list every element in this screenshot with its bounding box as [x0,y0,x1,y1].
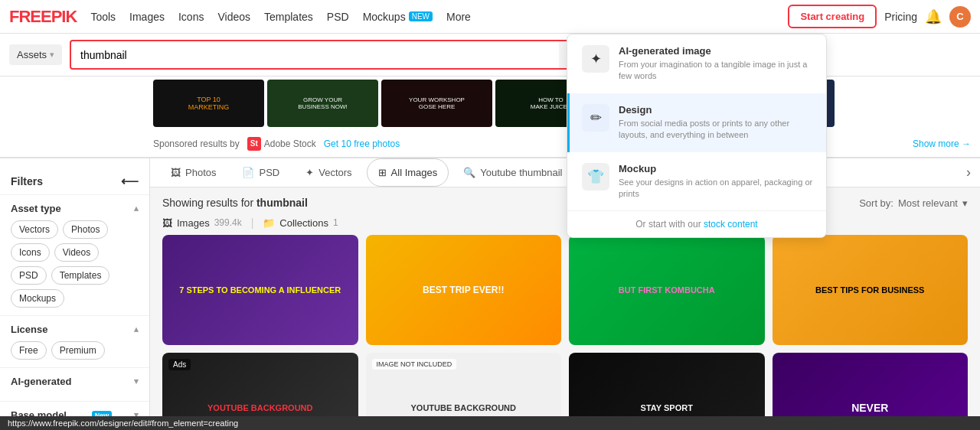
collapse-icon[interactable]: ⟵ [121,174,139,188]
asset-type-tags: Vectors Photos Icons Videos PSD Template… [11,220,139,308]
mockup-title: Mockup [619,163,814,174]
all-images-tab-label: All Images [391,167,438,178]
results-title: Showing results for thumbnail [162,197,308,209]
results-header: Showing results for thumbnail Sort by: M… [150,187,980,213]
grid-item-1[interactable]: BEST TRIP EVER!! [366,235,562,345]
license-label: License [11,324,47,335]
adobe-icon: St [247,137,261,151]
nav-more[interactable]: More [446,11,471,23]
dropdown-footer: Or start with our stock content [567,210,826,237]
sub-tab-images[interactable]: 🖼 Images 399.4k [162,217,242,229]
youtube-thumbnail-icon: 🔍 [463,167,475,178]
notification-bell-icon[interactable]: 🔔 [925,8,942,25]
nav-tools[interactable]: Tools [90,11,116,23]
thumb-3[interactable]: YOUR WORKSHOPGOSE HERE [381,80,492,127]
asset-type-toggle[interactable]: Asset type ▴ [11,203,139,214]
thumb-1[interactable]: TOP 10MARKETING [153,80,264,127]
license-tags: Free Premium [11,341,139,360]
results-prefix: Showing results for [162,197,253,209]
avatar[interactable]: C [949,6,971,28]
nav-videos[interactable]: Videos [217,11,250,23]
thumb-2[interactable]: GROW YOURBUSINESS NOW! [267,80,378,127]
sub-tab-collections[interactable]: 📁 Collections 1 [263,217,338,229]
tag-photos[interactable]: Photos [63,220,108,239]
photos-tab-label: Photos [185,167,216,178]
license-section: License ▴ Free Premium [0,315,149,367]
nav-mockups-link[interactable]: Mockups [363,11,406,23]
tag-premium[interactable]: Premium [51,341,105,360]
tag-templates[interactable]: Templates [51,266,110,285]
vectors-icon: ✦ [305,167,314,178]
main-nav: Tools Images Icons Videos Templates PSD … [90,11,471,23]
grid-item-2[interactable]: BUT FIRST KOMBUCHA [569,235,765,345]
filter-tab-psd[interactable]: 📄 PSD [230,158,291,187]
show-more-link[interactable]: Show more → [913,138,971,149]
design-title: Design [619,104,814,116]
chevron-up-license-icon: ▴ [134,324,139,334]
tag-psd[interactable]: PSD [11,266,47,285]
ai-image-title: AI-generated image [619,45,814,57]
ai-image-desc: From your imagination to a tangible imag… [619,59,814,83]
grid-item-0[interactable]: 7 STEPS TO BECOMING A INFLUENCER [162,235,358,345]
chevron-down-ai-icon: ▾ [134,376,139,386]
dropdown-design[interactable]: ✏ Design From social media posts or prin… [567,93,826,152]
filter-tab-all-images[interactable]: ⊞ All Images [367,158,449,187]
psd-icon: 📄 [242,167,254,178]
nav-right: Start creating Pricing 🔔 C [788,5,971,28]
search-input[interactable] [71,44,559,67]
ads-badge: Ads [168,359,191,370]
ai-generated-toggle[interactable]: AI-generated ▾ [11,376,139,387]
status-bar: https://www.freepik.com/designer/edit#fr… [0,416,980,430]
sort-value: Most relevant [898,197,958,209]
chevron-down-sort-icon: ▾ [962,197,968,209]
tag-mockups[interactable]: Mockups [11,289,64,308]
start-creating-button[interactable]: Start creating [788,5,877,28]
adobe-brand: Adobe Stock [264,138,316,149]
img-not-included-badge: IMAGE NOT INCLUDED [372,359,457,370]
sort-control[interactable]: Sort by: Most relevant ▾ [859,197,968,209]
status-url: https://www.freepik.com/designer/edit#fr… [8,419,238,428]
search-bar: Assets ▾ 🔍 🔍 Search [0,34,980,77]
design-desc: From social media posts or prints to any… [619,118,814,142]
ai-generated-label: AI-generated [11,376,71,387]
logo-pik: PIK [51,7,77,26]
tag-icons[interactable]: Icons [11,243,50,262]
dropdown-ai-image[interactable]: ✦ AI-generated image From your imaginati… [567,34,826,93]
tag-vectors[interactable]: Vectors [11,220,58,239]
sub-tabs: 🖼 Images 399.4k | 📁 Collections 1 [150,213,980,235]
all-images-icon: ⊞ [378,167,387,178]
nav-images[interactable]: Images [129,11,165,23]
sidebar: Filters ⟵ Asset type ▴ Vectors Photos Ic… [0,158,150,430]
license-toggle[interactable]: License ▴ [11,324,139,335]
collections-subtab-icon: 📁 [263,217,275,229]
mockup-desc: See your designs in action on apparel, p… [619,177,814,200]
tag-videos[interactable]: Videos [54,243,99,262]
stock-content-link[interactable]: stock content [704,219,758,230]
get-photos-link[interactable]: Get 10 free photos [324,138,400,149]
nav-templates[interactable]: Templates [264,11,313,23]
images-subtab-label: Images [177,217,210,229]
subtab-divider: | [251,217,254,229]
mockup-icon: 👕 [582,163,609,191]
filter-tab-youtube-thumbnail[interactable]: 🔍 Youtube thumbnail [452,158,573,187]
ai-generated-section: AI-generated ▾ [0,367,149,401]
chevron-down-icon: ▾ [50,50,54,60]
youtube-thumbnail-tab-label: Youtube thumbnail [480,167,562,178]
grid-item-3[interactable]: BEST TIPS FOR BUSINESS [773,235,969,345]
nav-psd[interactable]: PSD [327,11,349,23]
sponsored-prefix: Sponsored results by [153,138,240,149]
tag-free[interactable]: Free [11,341,47,360]
nav-icons[interactable]: Icons [178,11,204,23]
vectors-tab-label: Vectors [318,167,351,178]
logo[interactable]: FREEPIK [9,7,77,27]
pricing-link[interactable]: Pricing [884,11,917,23]
dropdown-mockup[interactable]: 👕 Mockup See your designs in action on a… [567,152,826,211]
nav-mockups[interactable]: Mockups NEW [363,11,433,23]
filter-tab-photos[interactable]: 🖼 Photos [159,158,227,187]
images-subtab-icon: 🖼 [162,217,172,229]
tabs-next-icon[interactable]: › [966,165,971,181]
asset-type-select[interactable]: Assets ▾ [9,44,62,65]
filter-tab-vectors[interactable]: ✦ Vectors [294,158,363,187]
new-badge: NEW [409,11,433,21]
filters-label: Filters [11,175,43,187]
